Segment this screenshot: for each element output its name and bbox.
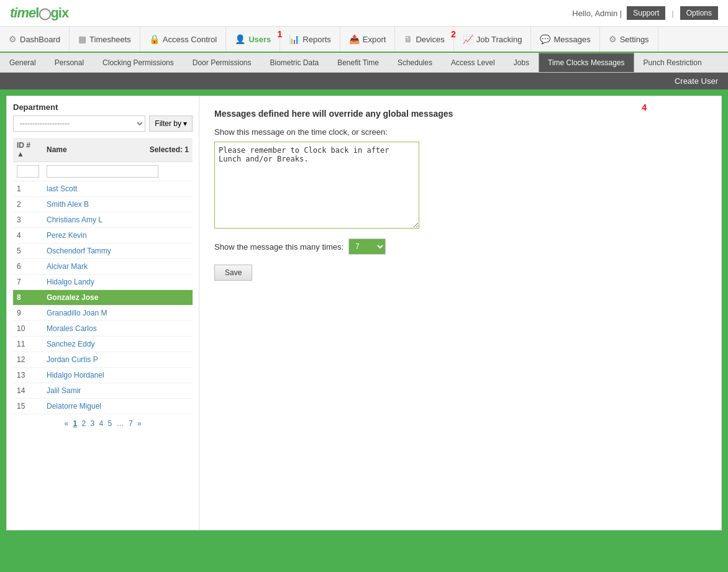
user-id: 1 [13,181,43,197]
nav-label-access-control: Access Control [163,35,217,44]
nav-item-access-control[interactable]: 🔒 Access Control [140,27,226,52]
pagination-next[interactable]: » [137,419,142,428]
tab-personal[interactable]: Personal [45,53,93,72]
table-row[interactable]: 7 Hidalgo Landy [13,275,193,290]
top-right-area: Hello, Admin | Support | Options [572,6,718,20]
nav-label-settings: Settings [620,35,649,44]
user-id: 7 [13,275,43,290]
nav-label-timesheets: Timesheets [89,35,131,44]
pagination-page-2[interactable]: 2 [81,419,86,428]
id-search-cell [13,162,43,181]
logo: timel◯gix [10,5,68,21]
table-row[interactable]: 5 Oschendorf Tammy [13,243,193,259]
settings-icon: ⚙ [609,34,617,44]
options-button[interactable]: Options [680,6,718,20]
nav-label-job-tracking: Job Tracking [476,35,522,44]
save-button[interactable]: Save [214,265,252,281]
reports-icon: 📊 [289,34,299,44]
user-id: 5 [13,243,43,259]
table-row[interactable]: 12 Jordan Curtis P [13,352,193,368]
table-row[interactable]: 4 Perez Kevin [13,228,193,243]
nav-item-devices[interactable]: 🖥 Devices 2 [395,27,453,52]
pagination-page-1[interactable]: 1 [73,419,77,428]
table-row[interactable]: 1 last Scott [13,181,193,197]
greeting-text: Hello, Admin | [572,9,622,18]
content-area: 3 Department -------------------- Filter… [0,89,728,537]
department-select[interactable]: -------------------- [13,116,145,132]
nav-item-timesheets[interactable]: ▦ Timesheets [70,27,140,52]
nav-item-reports[interactable]: 📊 Reports [280,27,340,52]
user-id: 10 [13,321,43,337]
left-panel: 3 Department -------------------- Filter… [7,96,199,530]
right-panel: 4 Messages defined here will override an… [199,96,721,530]
user-name: Oschendorf Tammy [43,243,193,259]
tab-clocking-permissions[interactable]: Clocking Permissions [93,53,183,72]
user-name: Morales Carlos [43,321,193,337]
tab-jobs[interactable]: Jobs [504,53,539,72]
name-search-cell [43,162,193,181]
top-bar: timel◯gix Hello, Admin | Support | Optio… [0,0,728,27]
user-name: last Scott [43,181,193,197]
table-row[interactable]: 15 Delatorre Miguel [13,399,193,414]
pagination-page-4[interactable]: 4 [99,419,104,428]
col-header-name: Name [43,138,99,162]
table-row[interactable]: 3 Christians Amy L [13,212,193,228]
nav-label-devices: Devices [416,35,444,44]
dashboard-icon: ⚙ [9,34,17,44]
filter-chevron-icon: ▾ [183,119,187,128]
nav-item-settings[interactable]: ⚙ Settings [600,27,658,52]
timesheets-icon: ▦ [78,34,86,44]
user-name: Alcivar Mark [43,259,193,275]
col-header-selected: Selected: 1 [99,138,193,162]
separator: | [671,9,673,18]
nav-item-job-tracking[interactable]: 📈 Job Tracking [454,27,532,52]
user-name: Perez Kevin [43,228,193,243]
tab-door-permissions[interactable]: Door Permissions [183,53,261,72]
support-button[interactable]: Support [627,6,665,20]
job-tracking-icon: 📈 [463,34,473,44]
tab-general[interactable]: General [0,53,45,72]
nav-item-export[interactable]: 📤 Export [340,27,396,52]
table-row[interactable]: 13 Hidalgo Hordanel [13,368,193,383]
times-select[interactable]: 1 2 3 4 5 6 7 8 9 10 [348,238,386,255]
tab-access-level[interactable]: Access Level [442,53,504,72]
table-row[interactable]: 14 Jalil Samir [13,383,193,399]
nav-item-messages[interactable]: 💬 Messages [531,27,599,52]
tab-benefit-time[interactable]: Benefit Time [328,53,388,72]
user-name: Hidalgo Landy [43,275,193,290]
pagination-prev[interactable]: « [64,419,68,428]
user-name: Christians Amy L [43,212,193,228]
department-label: Department [13,102,193,112]
table-row[interactable]: 11 Sanchez Eddy [13,337,193,352]
nav-item-users[interactable]: 👤 Users 1 [226,27,280,52]
user-name: Jalil Samir [43,383,193,399]
main-nav: ⚙ DashBoard ▦ Timesheets 🔒 Access Contro… [0,27,728,53]
user-id: 2 [13,197,43,212]
table-row[interactable]: 10 Morales Carlos [13,321,193,337]
nav-item-dashboard[interactable]: ⚙ DashBoard [0,27,70,52]
annotation-4: 4 [642,102,647,112]
user-table: ID # ▲ Name Selected: 1 1 last Scott 2 S… [13,138,193,414]
message-textarea[interactable]: Please remember to Clock back in after L… [214,142,419,229]
create-user-link[interactable]: Create User [675,76,718,86]
panel-title: Messages defined here will override any … [214,109,706,119]
name-search-input[interactable] [47,165,158,178]
tab-punch-restriction[interactable]: Punch Restriction [634,53,711,72]
table-row[interactable]: 8 Gonzalez Jose [13,290,193,306]
table-row[interactable]: 9 Granadillo Joan M [13,306,193,321]
table-row[interactable]: 6 Alcivar Mark [13,259,193,275]
id-search-input[interactable] [17,165,39,178]
nav-label-export: Export [363,35,386,44]
pagination: « 1 2 3 4 5 … 7 » [13,414,193,433]
table-row[interactable]: 2 Smith Alex B [13,197,193,212]
user-name: Hidalgo Hordanel [43,368,193,383]
pagination-page-5[interactable]: 5 [108,419,112,428]
nav-label-users: Users [248,35,271,44]
tab-schedules[interactable]: Schedules [388,53,442,72]
col-header-id: ID # ▲ [13,138,43,162]
pagination-page-7[interactable]: 7 [129,419,133,428]
tab-time-clocks-messages[interactable]: Time Clocks Messages [539,53,634,72]
filter-by-button[interactable]: Filter by ▾ [149,116,193,132]
pagination-page-3[interactable]: 3 [90,419,94,428]
tab-biometric-data[interactable]: Biometric Data [260,53,328,72]
